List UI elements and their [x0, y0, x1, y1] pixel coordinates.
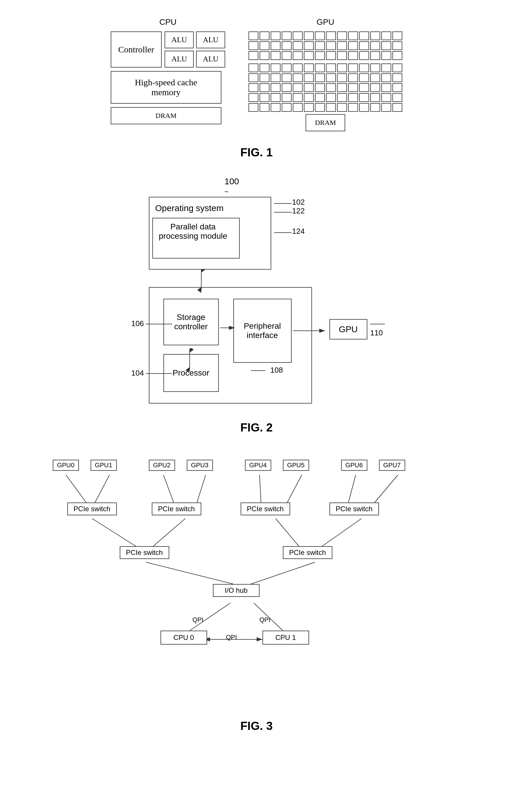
- iohub-box: I/O hub: [213, 584, 260, 597]
- qpi-label-2: QPI: [260, 616, 271, 624]
- svg-line-20: [197, 475, 206, 502]
- cpu1-box: CPU 1: [263, 631, 309, 645]
- cpu-label: CPU: [159, 18, 177, 27]
- cpu-dram-box: DRAM: [111, 107, 221, 124]
- cpu-inner: Controller ALU ALU ALU ALU: [111, 31, 225, 124]
- ref-104: 104: [131, 369, 176, 378]
- pcie-switch-2: PCIe switch: [152, 502, 201, 515]
- alu-box-4: ALU: [196, 51, 225, 67]
- svg-line-21: [260, 475, 261, 502]
- ref-122: 122: [274, 208, 297, 219]
- ref-106: 106: [131, 319, 176, 328]
- svg-line-17: [66, 475, 86, 502]
- arrow-storage-proc: [181, 348, 198, 372]
- cpu0-box: CPU 0: [161, 631, 207, 645]
- gpu-label-fig1: GPU: [317, 18, 334, 27]
- pcie-switch-3: PCIe switch: [241, 502, 290, 515]
- pcie-switch-4: PCIe switch: [329, 502, 379, 515]
- svg-line-18: [95, 475, 110, 502]
- gpu4-box: GPU4: [245, 460, 271, 471]
- svg-line-23: [348, 475, 356, 502]
- software-box: Operating system Parallel dataprocessing…: [149, 197, 271, 270]
- fig3-diagram: GPU0 GPU1 GPU2 GPU3 GPU4 GPU5 GPU6 GPU7 …: [38, 452, 475, 714]
- svg-line-24: [375, 475, 398, 502]
- cache-box: High-speed cache memory: [111, 71, 221, 104]
- gpu7-box: GPU7: [379, 460, 405, 471]
- controller-box: Controller: [111, 31, 162, 67]
- arrow-peripheral-gpu: [292, 323, 327, 338]
- fig1-diagrams: CPU Controller ALU ALU ALU: [111, 18, 402, 131]
- fig1-section: CPU Controller ALU ALU ALU: [23, 18, 490, 159]
- gpu3-box: GPU3: [187, 460, 213, 471]
- pcie-switch-mid-2: PCIe switch: [283, 546, 332, 559]
- ref-110: 110: [370, 319, 388, 338]
- peripheral-interface-box: Peripheralinterface: [233, 299, 292, 363]
- svg-line-26: [153, 519, 185, 546]
- fig3-caption: FIG. 3: [240, 719, 273, 732]
- pcie-switch-1: PCIe switch: [67, 502, 117, 515]
- alu-box-3: ALU: [165, 51, 194, 67]
- svg-line-27: [276, 519, 299, 546]
- svg-line-29: [146, 562, 233, 584]
- cpu-controller-alu: Controller ALU ALU ALU ALU: [111, 31, 225, 67]
- gpu-box-fig2: GPU: [329, 319, 367, 340]
- arrow-storage-peripheral: [219, 321, 236, 335]
- alu-box-2: ALU: [196, 31, 225, 48]
- ref-100: 100 ~: [224, 176, 239, 196]
- fig2-section: 100 ~ Operating system Parallel dataproc…: [23, 176, 490, 434]
- pcie-switch-mid-1: PCIe switch: [120, 546, 169, 559]
- gpu5-box: GPU5: [283, 460, 309, 471]
- svg-line-22: [287, 475, 302, 502]
- svg-line-25: [92, 519, 136, 546]
- svg-line-19: [163, 475, 173, 502]
- parallel-box: [152, 218, 240, 259]
- os-label: Operating system: [155, 203, 224, 213]
- qpi-label-1: QPI: [193, 616, 204, 624]
- qpi-label-3: QPI: [226, 634, 237, 641]
- ref-108: 108: [251, 366, 283, 375]
- fig1-cpu-block: CPU Controller ALU ALU ALU: [111, 18, 225, 131]
- gpu-dram-box: DRAM: [305, 114, 345, 131]
- alu-box-1: ALU: [165, 31, 194, 48]
- gpu2-box: GPU2: [149, 460, 175, 471]
- gpu6-box: GPU6: [341, 460, 367, 471]
- fig3-section: GPU0 GPU1 GPU2 GPU3 GPU4 GPU5 GPU6 GPU7 …: [23, 452, 490, 732]
- fig1-gpu-block: GPU DRAM: [248, 18, 402, 131]
- alu-stack: ALU ALU ALU ALU: [165, 31, 225, 67]
- gpu1-box: GPU1: [90, 460, 117, 471]
- gpu-grid: [248, 31, 402, 112]
- fig2-caption: FIG. 2: [240, 421, 273, 434]
- svg-line-28: [322, 519, 361, 546]
- gpu0-box: GPU0: [53, 460, 79, 471]
- fig3-svg: [38, 452, 475, 714]
- fig1-caption: FIG. 1: [240, 146, 273, 159]
- ref-124: 124: [274, 228, 297, 239]
- svg-line-30: [251, 562, 315, 584]
